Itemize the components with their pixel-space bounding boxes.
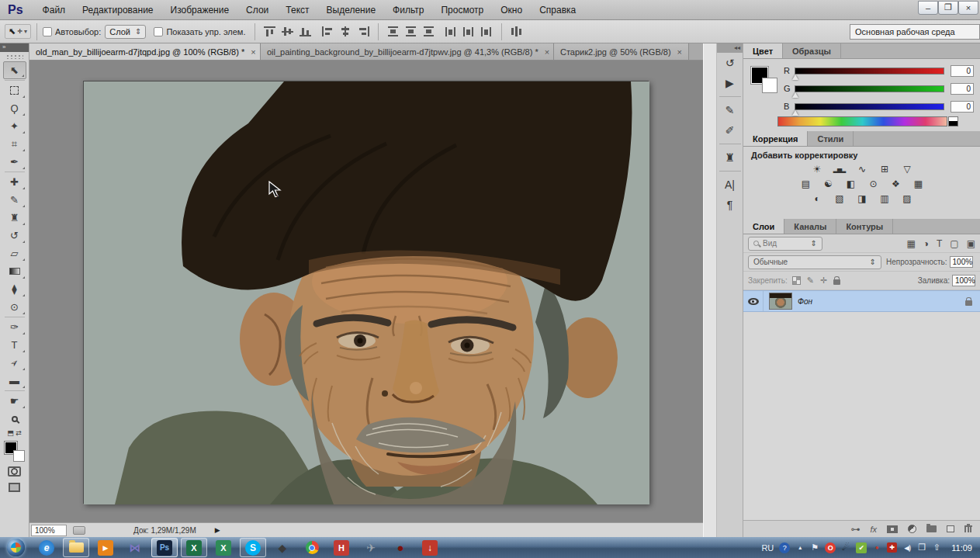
vibrance-button[interactable]: ▽ [899, 163, 915, 175]
filter-type-layers-icon[interactable]: T [937, 238, 942, 249]
add-layer-mask-button[interactable] [887, 525, 898, 533]
quick-mask-button[interactable] [8, 466, 21, 477]
curves-button[interactable]: ∿ [854, 163, 870, 175]
lasso-tool[interactable]: Ϙ [3, 99, 26, 117]
path-selection-tool[interactable]: ➢ [3, 354, 26, 372]
fill-field[interactable]: 100% [952, 275, 975, 286]
close-icon[interactable]: × [545, 47, 549, 57]
clone-source-panel-button[interactable]: ♜ [719, 147, 741, 168]
opacity-field[interactable]: 100% [950, 256, 973, 268]
taskbar-app-photoshop[interactable]: Ps [151, 538, 178, 557]
filter-shape-layers-icon[interactable]: ▢ [950, 238, 958, 249]
close-icon[interactable]: × [251, 47, 255, 57]
screen-mode-button[interactable] [9, 483, 20, 492]
history-brush-tool[interactable]: ↺ [3, 227, 26, 244]
layer-style-button[interactable]: fx [870, 525, 877, 534]
red-slider-handle[interactable] [792, 75, 798, 80]
green-slider-handle[interactable] [792, 92, 798, 98]
document-canvas-image[interactable] [83, 81, 649, 504]
taskbar-app-red-h[interactable]: H [328, 538, 355, 557]
quick-selection-tool[interactable]: ✦ [3, 117, 26, 135]
swap-colors-icon[interactable]: ⬒ ⇄ [7, 429, 22, 438]
blend-mode-select[interactable]: Обычные ⇕ [748, 255, 881, 269]
menu-file[interactable]: Файл [34, 0, 74, 19]
menu-filter[interactable]: Фильтр [384, 0, 432, 19]
distribute-right-edges-button[interactable] [481, 26, 493, 36]
satellite-tray-icon[interactable]: ☄ [841, 542, 850, 553]
taskbar-app-dark-red-sphere[interactable]: ● [387, 538, 414, 557]
eraser-tool[interactable]: ▱ [3, 244, 26, 262]
lock-transparent-pixels-icon[interactable] [792, 276, 801, 285]
threshold-button[interactable]: ◨ [854, 192, 870, 205]
red-slider[interactable] [795, 68, 944, 75]
shape-tool[interactable]: ▬ [3, 372, 26, 390]
black-white-ramp[interactable] [948, 116, 958, 127]
layer-filter-select[interactable]: Вид ⇕ [748, 237, 822, 251]
align-left-edges-button[interactable] [322, 26, 334, 36]
tab-channels[interactable]: Каналы [784, 219, 836, 234]
filter-pixel-layers-icon[interactable]: ▦ [906, 238, 915, 249]
shield-tray-icon[interactable]: ✚ [887, 542, 897, 553]
show-transform-checkbox[interactable] [154, 27, 163, 36]
link-layers-button[interactable]: ⊶ [850, 524, 860, 535]
volume-icon[interactable]: ◀) [902, 544, 912, 552]
document-tab-old-man[interactable]: old_man_by_billijoearm-d7jtqpd.jpg @ 100… [29, 43, 261, 60]
tab-paths[interactable]: Контуры [836, 219, 893, 234]
align-right-edges-button[interactable] [358, 26, 369, 36]
status-scrubby-icon[interactable] [73, 526, 85, 535]
menu-layers[interactable]: Слои [237, 0, 277, 19]
character-panel-button[interactable]: A| [719, 175, 741, 195]
brush-panel-button[interactable]: ✎ [719, 100, 741, 120]
menu-type[interactable]: Текст [277, 0, 317, 19]
distribute-bottom-edges-button[interactable] [423, 26, 435, 36]
menu-select[interactable]: Выделение [318, 0, 385, 19]
invert-button[interactable]: ◐ [809, 192, 825, 205]
align-horizontal-centers-button[interactable] [340, 26, 351, 36]
align-vertical-centers-button[interactable] [282, 26, 293, 36]
background-color-swatch[interactable] [762, 78, 777, 93]
taskbar-app-dark-utility[interactable]: ◆ [269, 538, 296, 557]
auto-align-layers-button[interactable] [511, 26, 522, 36]
levels-button[interactable]: ▂▅▂ [832, 163, 847, 175]
network-icon[interactable]: ❒ [917, 542, 926, 553]
distribute-top-edges-button[interactable] [387, 26, 399, 36]
delete-layer-button[interactable] [964, 525, 972, 532]
lock-all-icon[interactable] [833, 279, 840, 285]
healing-brush-tool[interactable]: ✚ [3, 173, 26, 191]
layer-name[interactable]: Фон [798, 297, 812, 306]
action-center-flag-icon[interactable]: ⚑ [810, 542, 819, 553]
show-hidden-icons[interactable]: ▴ [795, 544, 805, 551]
dodge-tool[interactable]: ⊙ [3, 298, 26, 316]
gradient-tool[interactable] [3, 262, 26, 280]
zoom-tool[interactable] [3, 410, 26, 428]
start-button[interactable] [7, 539, 25, 556]
menu-window[interactable]: Окно [492, 0, 531, 19]
taskbar-app-jet[interactable]: ✈ [358, 538, 384, 557]
exposure-button[interactable]: ⊞ [877, 163, 892, 175]
distribute-horizontal-centers-button[interactable] [463, 26, 475, 36]
taskbar-app-media-player[interactable]: ▶ [92, 538, 119, 557]
photo-filter-button[interactable]: ⊙ [865, 178, 881, 190]
autoselect-checkbox[interactable] [43, 27, 52, 36]
tab-swatches[interactable]: Образцы [783, 43, 841, 58]
document-tab-oil-painting[interactable]: oil_painting_background_by_billijoearm-d… [261, 43, 554, 60]
zoom-level-field[interactable]: 100% [31, 525, 67, 536]
blue-slider[interactable] [795, 103, 944, 110]
brightness-contrast-button[interactable]: ☀ [809, 163, 825, 175]
taskbar-app-skype[interactable]: S [240, 538, 266, 557]
selective-color-button[interactable]: ▨ [899, 192, 915, 205]
align-bottom-edges-button[interactable] [300, 26, 311, 36]
autoselect-target-select[interactable]: Слой ⇕ [105, 25, 146, 39]
align-top-edges-button[interactable] [264, 26, 275, 36]
hue-saturation-button[interactable]: ▤ [798, 178, 813, 190]
layers-list-empty-area[interactable] [743, 312, 980, 520]
channel-mixer-button[interactable]: ❖ [888, 178, 903, 190]
taskbar-app-explorer[interactable] [63, 538, 89, 557]
document-tab-starik2[interactable]: Старик2.jpg @ 50% (RGB/8) × [554, 43, 689, 60]
layer-thumbnail[interactable] [769, 293, 792, 310]
paragraph-panel-button[interactable]: ¶ [719, 195, 741, 215]
close-button[interactable]: × [958, 1, 978, 15]
move-tool[interactable]: ⬉ [3, 61, 26, 79]
layer-row-background[interactable]: Фон [743, 290, 980, 312]
marquee-tool[interactable] [3, 81, 26, 99]
